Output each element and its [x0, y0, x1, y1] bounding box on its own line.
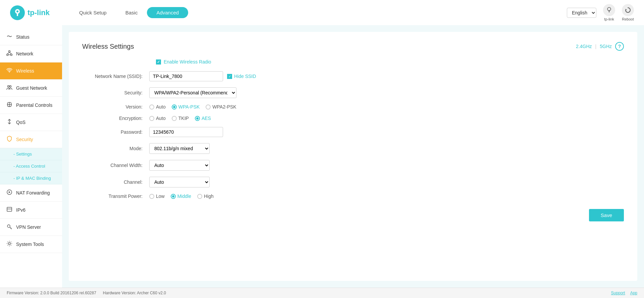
password-row: Password: — [82, 127, 624, 137]
tp-low-label: Low — [156, 194, 165, 199]
svg-line-9 — [7, 52, 9, 54]
nav-basic[interactable]: Basic — [116, 7, 147, 18]
hide-ssid-group[interactable]: Hide SSID — [227, 74, 256, 79]
password-input[interactable] — [149, 127, 223, 137]
enable-wireless-label[interactable]: Enable Wireless Radio — [164, 59, 211, 65]
svg-point-8 — [11, 54, 12, 56]
sidebar-sub-settings[interactable]: - Settings — [0, 148, 62, 160]
ipv6-icon — [6, 206, 13, 214]
content-area: Wireless Settings 2.4GHz | 5GHz ? Enable… — [62, 25, 644, 288]
version-auto-label: Auto — [156, 104, 166, 110]
version-wpa-psk-radio[interactable]: WPA-PSK — [172, 104, 200, 110]
channel-width-label: Channel Width: — [82, 163, 149, 168]
sidebar-item-system-tools[interactable]: System Tools — [0, 236, 62, 253]
enc-auto-radio[interactable]: Auto — [149, 116, 166, 121]
svg-point-19 — [7, 225, 10, 227]
version-auto-radio[interactable]: Auto — [149, 104, 166, 110]
sidebar-label-nat-forwarding: NAT Forwarding — [16, 190, 50, 196]
firmware-version: Firmware Version: 2.0.0 Build 20161206 r… — [7, 291, 96, 295]
hide-ssid-label: Hide SSID — [234, 74, 256, 79]
enc-tkip-radio[interactable]: TKIP — [172, 116, 189, 121]
main-wrapper: 〜 Status Network — [0, 25, 644, 288]
encryption-label: Encryption: — [82, 116, 149, 121]
tp-middle-radio[interactable]: Middle — [171, 194, 191, 199]
encryption-row: Encryption: Auto TKIP AES — [82, 116, 624, 121]
qos-icon — [6, 119, 13, 126]
security-control: WPA/WPA2-Personal (Recommended) WPA/WPA2… — [149, 87, 624, 98]
version-wpa2-psk-radio[interactable]: WPA2-PSK — [206, 104, 236, 110]
enc-tkip-label: TKIP — [178, 116, 189, 121]
logo: tp-link — [10, 5, 50, 20]
header-right: English 中文 tp-link Reboot — [567, 4, 634, 21]
freq-2-4ghz-link[interactable]: 2.4GHz — [576, 44, 592, 49]
card-header: Wireless Settings 2.4GHz | 5GHz ? — [82, 42, 624, 51]
sidebar-label-wireless: Wireless — [16, 68, 34, 74]
channel-width-select[interactable]: Auto 20MHz 40MHz — [149, 160, 210, 171]
svg-rect-4 — [609, 10, 609, 12]
support-link[interactable]: Support — [611, 291, 625, 295]
parental-controls-icon — [6, 101, 13, 109]
sidebar-item-guest-network[interactable]: Guest Network — [0, 80, 62, 97]
access-control-label: - Access Control — [13, 164, 45, 169]
sidebar-item-parental-controls[interactable]: Parental Controls — [0, 97, 62, 114]
sidebar-item-status[interactable]: 〜 Status — [0, 29, 62, 45]
svg-line-10 — [9, 52, 11, 54]
network-icon — [6, 50, 13, 57]
version-wpa2-psk-label: WPA2-PSK — [212, 104, 236, 110]
ssid-label: Network Name (SSID): — [82, 74, 149, 79]
password-label: Password: — [82, 129, 149, 135]
language-select[interactable]: English 中文 — [567, 8, 596, 18]
freq-5ghz-link[interactable]: 5GHz — [600, 44, 612, 49]
mode-select[interactable]: 802.11b/g/n mixed 802.11b only 802.11g o… — [149, 143, 210, 154]
sidebar-sub-ip-mac-binding[interactable]: - IP & MAC Binding — [0, 172, 62, 184]
sidebar-item-network[interactable]: Network — [0, 45, 62, 62]
sidebar-item-wireless[interactable]: Wireless — [0, 62, 62, 80]
security-submenu: - Settings - Access Control - IP & MAC B… — [0, 148, 62, 184]
sidebar-item-vpn-server[interactable]: VPN Server — [0, 219, 62, 236]
security-label: Security: — [82, 90, 149, 95]
enc-aes-radio[interactable]: AES — [195, 116, 211, 121]
sidebar-item-ipv6[interactable]: IPv6 — [0, 202, 62, 219]
version-auto-circle — [149, 104, 154, 110]
enable-wireless-row: Enable Wireless Radio — [156, 59, 624, 65]
app-link[interactable]: App — [630, 291, 637, 295]
hide-ssid-checkbox[interactable] — [227, 74, 232, 79]
sidebar-label-network: Network — [16, 51, 33, 56]
vpn-server-icon — [6, 223, 13, 231]
transmit-power-control: Low Middle High — [149, 194, 624, 199]
freq-links: 2.4GHz | 5GHz ? — [576, 42, 624, 51]
tp-high-circle — [197, 194, 202, 199]
tp-middle-label: Middle — [177, 194, 191, 199]
ssid-input[interactable] — [149, 71, 223, 81]
svg-point-14 — [10, 86, 11, 87]
reboot-label: Reboot — [622, 17, 634, 21]
main-layout: 〜 Status Network — [0, 25, 644, 288]
version-wpa-psk-circle — [172, 104, 177, 110]
sidebar-item-security[interactable]: Security — [0, 131, 62, 148]
sidebar: 〜 Status Network — [0, 25, 62, 288]
version-label: Version: — [82, 104, 149, 110]
channel-select[interactable]: Auto 1234 5678 91011 — [149, 177, 210, 187]
security-select[interactable]: WPA/WPA2-Personal (Recommended) WPA/WPA2… — [149, 87, 236, 98]
tplink-label: tp-link — [604, 17, 614, 21]
tplink-icon — [603, 4, 615, 16]
sidebar-item-qos[interactable]: QoS — [0, 114, 62, 131]
security-row: Security: WPA/WPA2-Personal (Recommended… — [82, 87, 624, 98]
page-title: Wireless Settings — [82, 43, 134, 50]
enable-wireless-checkbox[interactable] — [156, 59, 161, 65]
help-button[interactable]: ? — [615, 42, 624, 51]
nav-quick-setup[interactable]: Quick Setup — [70, 7, 116, 18]
sidebar-item-nat-forwarding[interactable]: NAT Forwarding — [0, 184, 62, 202]
tplink-btn[interactable]: tp-link — [603, 4, 615, 21]
nav-advanced[interactable]: Advanced — [147, 7, 188, 18]
sidebar-sub-access-control[interactable]: - Access Control — [0, 160, 62, 172]
tp-high-radio[interactable]: High — [197, 194, 214, 199]
sidebar-label-guest-network: Guest Network — [16, 85, 47, 91]
mode-row: Mode: 802.11b/g/n mixed 802.11b only 802… — [82, 143, 624, 154]
header: tp-link Quick Setup Basic Advanced Engli… — [0, 0, 644, 25]
reboot-icon — [622, 4, 634, 16]
sidebar-label-ipv6: IPv6 — [16, 207, 25, 213]
tp-low-radio[interactable]: Low — [149, 194, 165, 199]
save-button[interactable]: Save — [589, 209, 624, 221]
reboot-btn[interactable]: Reboot — [622, 4, 634, 21]
